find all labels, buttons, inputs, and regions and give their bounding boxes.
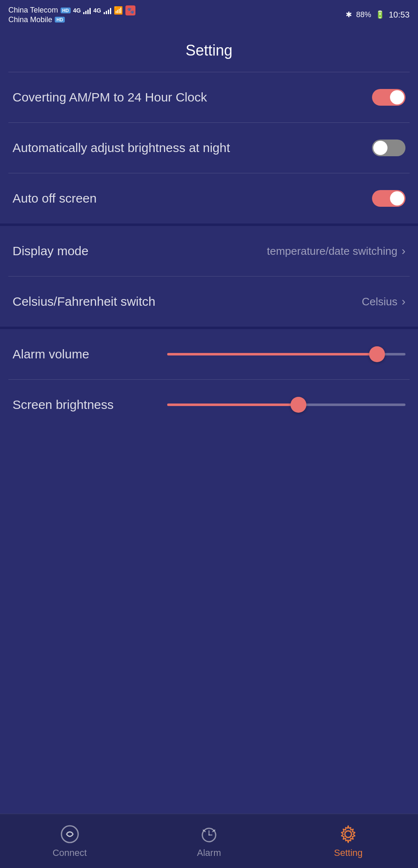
display-mode-chevron: ›	[402, 244, 405, 258]
convert-clock-knob	[390, 90, 404, 104]
bottom-nav: Connect Alarm Setting	[0, 814, 418, 868]
bluetooth-icon: ✱	[346, 10, 352, 19]
alarm-icon	[199, 824, 219, 844]
convert-clock-toggle[interactable]	[372, 89, 405, 106]
convert-clock-label: Coverting AM/PM to 24 Hour Clock	[13, 90, 372, 104]
alarm-volume-thumb[interactable]	[369, 346, 385, 362]
carrier1-lte2: 4G	[93, 7, 101, 14]
status-bar: China Telecom HD 4G 4G 📶 🐾 China Mobile …	[0, 0, 418, 29]
connect-icon	[60, 824, 80, 844]
screen-brightness-row: Screen brightness	[0, 380, 418, 430]
auto-off-screen-label: Auto off screen	[13, 191, 372, 206]
carrier1-signal2	[104, 7, 111, 14]
setting-icon	[338, 824, 358, 844]
display-mode-label: Display mode	[13, 244, 89, 258]
empty-content	[0, 430, 418, 806]
page-title: Setting	[0, 29, 418, 72]
nav-item-setting[interactable]: Setting	[279, 824, 418, 858]
temp-unit-chevron: ›	[402, 295, 405, 308]
wifi-icon: 📶	[114, 6, 123, 15]
nav-item-connect[interactable]: Connect	[0, 824, 139, 858]
display-mode-right: temperature/date switching ›	[267, 244, 406, 258]
nav-item-alarm[interactable]: Alarm	[139, 824, 278, 858]
screen-brightness-slider-container	[167, 404, 405, 406]
auto-off-screen-toggle[interactable]	[372, 190, 405, 207]
carrier1-row: China Telecom HD 4G 4G 📶 🐾	[8, 5, 135, 15]
temp-unit-row[interactable]: Celsius/Fahrenheit switch Celsius ›	[0, 277, 418, 327]
status-right: ✱ 88% 🔋 10:53	[346, 10, 410, 20]
auto-brightness-knob	[373, 141, 387, 155]
carrier1-name: China Telecom	[8, 6, 58, 15]
screen-brightness-label: Screen brightness	[13, 398, 155, 412]
auto-off-screen-row: Auto off screen	[0, 173, 418, 223]
auto-brightness-label: Automatically adjust brightness at night	[13, 141, 372, 155]
alarm-volume-label: Alarm volume	[13, 347, 155, 361]
notification-icon: 🐾	[125, 5, 135, 15]
carrier2-row: China Mobile HD	[8, 15, 135, 24]
convert-clock-row: Coverting AM/PM to 24 Hour Clock	[0, 72, 418, 122]
alarm-volume-row: Alarm volume	[0, 329, 418, 379]
carrier-info: China Telecom HD 4G 4G 📶 🐾 China Mobile …	[8, 5, 135, 24]
carrier1-hd-badge: HD	[61, 8, 71, 13]
carrier1-lte: 4G	[73, 7, 81, 14]
alarm-volume-track	[167, 353, 405, 355]
carrier2-name: China Mobile	[8, 15, 52, 24]
nav-setting-label: Setting	[334, 848, 363, 858]
auto-off-screen-knob	[390, 191, 404, 206]
temp-unit-label: Celsius/Fahrenheit switch	[13, 294, 155, 309]
alarm-volume-fill	[167, 353, 377, 355]
battery-text: 88%	[356, 10, 371, 19]
carrier1-signal	[83, 7, 91, 14]
display-mode-value: temperature/date switching	[267, 245, 398, 258]
auto-brightness-toggle[interactable]	[372, 140, 405, 156]
auto-brightness-row: Automatically adjust brightness at night	[0, 123, 418, 173]
nav-alarm-label: Alarm	[197, 848, 221, 858]
battery-icon: 🔋	[375, 10, 385, 19]
temp-unit-value: Celsius	[362, 295, 397, 308]
screen-brightness-track	[167, 404, 405, 406]
screen-brightness-thumb[interactable]	[291, 397, 306, 413]
alarm-volume-slider-container	[167, 353, 405, 355]
nav-connect-label: Connect	[53, 848, 87, 858]
svg-point-6	[345, 831, 352, 838]
screen-brightness-fill	[167, 404, 298, 406]
clock: 10:53	[389, 10, 410, 20]
carrier2-hd-badge: HD	[55, 17, 65, 23]
display-mode-row[interactable]: Display mode temperature/date switching …	[0, 226, 418, 276]
temp-unit-right: Celsius ›	[362, 295, 405, 308]
svg-point-0	[61, 826, 78, 843]
